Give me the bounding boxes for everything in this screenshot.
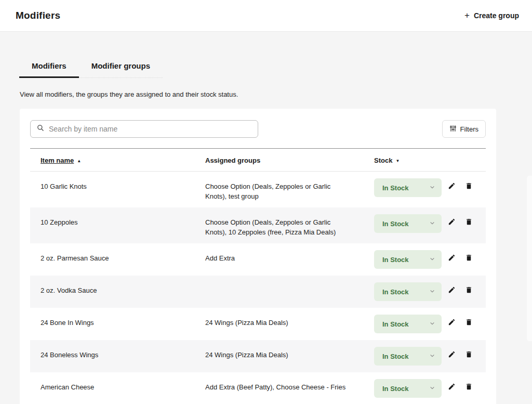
item-name: 10 Zeppoles: [41, 218, 78, 226]
delete-button[interactable]: [464, 349, 474, 359]
column-header-item-name[interactable]: Item name▲: [30, 149, 205, 172]
table-body: 10 Garlic Knots Choose Option (Deals, Ze…: [30, 172, 486, 404]
assigned-groups-cell: Choose Option (Deals, Zeppoles or Garlic…: [205, 172, 364, 208]
delete-cell: [464, 172, 486, 208]
edit-cell: [447, 308, 464, 340]
sort-descending-icon: ▼: [395, 159, 400, 163]
item-name: 2 oz. Parmesan Sauce: [41, 254, 109, 262]
plus-icon: +: [464, 11, 470, 20]
item-name-cell: 2 oz. Parmesan Sauce: [30, 243, 205, 276]
stock-dropdown[interactable]: In Stock: [374, 214, 442, 233]
stock-dropdown[interactable]: In Stock: [374, 250, 442, 269]
delete-cell: [464, 276, 486, 308]
tab-modifier-groups[interactable]: Modifier groups: [79, 56, 163, 78]
right-edge-highlight: [527, 176, 532, 341]
stock-dropdown[interactable]: In Stock: [374, 347, 442, 366]
modifiers-table-wrap: Item name▲ Assigned groups Stock▼ 10 Gar…: [30, 148, 486, 404]
edit-cell: [447, 243, 464, 276]
column-header-stock[interactable]: Stock▼: [364, 149, 447, 172]
edit-cell: [447, 340, 464, 372]
item-name-cell: 2 oz. Vodka Sauce: [30, 276, 205, 308]
edit-button[interactable]: [447, 382, 457, 392]
tab-modifiers[interactable]: Modifiers: [19, 56, 79, 78]
assigned-groups: Choose Option (Deals, Zeppoles or Garlic…: [205, 218, 336, 236]
edit-button[interactable]: [447, 285, 457, 295]
delete-button[interactable]: [464, 285, 474, 295]
edit-cell: [447, 172, 464, 208]
delete-button[interactable]: [464, 253, 474, 263]
assigned-groups-cell: 24 Wings (Pizza Mia Deals): [205, 308, 364, 340]
delete-button[interactable]: [464, 217, 474, 227]
assigned-groups-cell: Add Extra (Beef Patty), Choose Cheese - …: [205, 372, 364, 404]
chevron-down-icon: [429, 184, 435, 192]
stock-value: In Stock: [382, 220, 409, 228]
chevron-down-icon: [429, 288, 435, 296]
assigned-groups: 24 Wings (Pizza Mia Deals): [205, 351, 288, 359]
item-name: 24 Boneless Wings: [41, 351, 98, 359]
create-group-label: Create group: [474, 11, 519, 20]
trash-icon: [465, 182, 473, 190]
column-header-actions-2: [464, 149, 486, 172]
edit-button[interactable]: [447, 317, 457, 327]
sort-ascending-icon: ▲: [77, 159, 81, 163]
stock-header-label: Stock: [374, 157, 392, 164]
assigned-groups-cell: [205, 276, 364, 308]
delete-cell: [464, 340, 486, 372]
stock-dropdown[interactable]: In Stock: [374, 178, 442, 197]
stock-cell: In Stock: [364, 172, 447, 208]
delete-button[interactable]: [464, 382, 474, 392]
table-row: 2 oz. Vodka Sauce In Stock: [30, 276, 486, 308]
item-name-header-label: Item name: [41, 157, 74, 164]
pencil-icon: [448, 286, 456, 294]
table-row: 24 Bone In Wings 24 Wings (Pizza Mia Dea…: [30, 308, 486, 340]
column-header-actions-1: [447, 149, 464, 172]
search-box[interactable]: [30, 120, 258, 138]
table-row: 10 Zeppoles Choose Option (Deals, Zeppol…: [30, 207, 486, 243]
stock-cell: In Stock: [364, 207, 447, 243]
table-row: American Cheese Add Extra (Beef Patty), …: [30, 372, 486, 404]
table-row: 2 oz. Parmesan Sauce Add Extra In Stock: [30, 243, 486, 276]
table-header-row: Item name▲ Assigned groups Stock▼: [30, 149, 486, 172]
stock-dropdown[interactable]: In Stock: [374, 282, 442, 301]
stock-cell: In Stock: [364, 243, 447, 276]
search-input[interactable]: [49, 125, 251, 133]
item-name: 24 Bone In Wings: [41, 319, 94, 327]
delete-button[interactable]: [464, 317, 474, 327]
edit-button[interactable]: [447, 181, 457, 191]
modifiers-table: Item name▲ Assigned groups Stock▼ 10 Gar…: [30, 148, 486, 404]
table-row: 10 Garlic Knots Choose Option (Deals, Ze…: [30, 172, 486, 208]
assigned-groups: Choose Option (Deals, Zeppoles or Garlic…: [205, 183, 330, 200]
pencil-icon: [448, 318, 456, 326]
create-group-button[interactable]: + Create group: [464, 11, 519, 20]
stock-value: In Stock: [382, 353, 409, 360]
edit-button[interactable]: [447, 349, 457, 359]
stock-cell: In Stock: [364, 276, 447, 308]
pencil-icon: [448, 350, 456, 358]
edit-button[interactable]: [447, 217, 457, 227]
tab-bar: Modifiers Modifier groups: [19, 56, 163, 78]
page-description: View all modifiers, the groups they are …: [20, 90, 532, 98]
item-name-cell: 10 Zeppoles: [30, 207, 205, 243]
delete-cell: [464, 243, 486, 276]
stock-value: In Stock: [382, 385, 409, 393]
edit-cell: [447, 207, 464, 243]
item-name: 10 Garlic Knots: [41, 183, 87, 190]
pencil-icon: [448, 383, 456, 390]
stock-dropdown[interactable]: In Stock: [374, 315, 442, 333]
stock-dropdown[interactable]: In Stock: [374, 379, 442, 398]
chevron-down-icon: [429, 256, 435, 264]
delete-button[interactable]: [464, 181, 474, 191]
search-icon: [37, 124, 44, 134]
stock-value: In Stock: [382, 256, 409, 264]
item-name: American Cheese: [41, 383, 94, 391]
page-title: Modifiers: [16, 10, 60, 21]
filters-button[interactable]: Filters: [442, 120, 486, 138]
chevron-down-icon: [429, 220, 435, 228]
modifiers-card: Filters Item name▲ Assigned groups Stock…: [20, 109, 496, 404]
stock-cell: In Stock: [364, 372, 447, 404]
trash-icon: [465, 350, 473, 358]
item-name-cell: 24 Bone In Wings: [30, 308, 205, 340]
edit-button[interactable]: [447, 253, 457, 263]
filters-label: Filters: [460, 125, 478, 133]
stock-cell: In Stock: [364, 308, 447, 340]
